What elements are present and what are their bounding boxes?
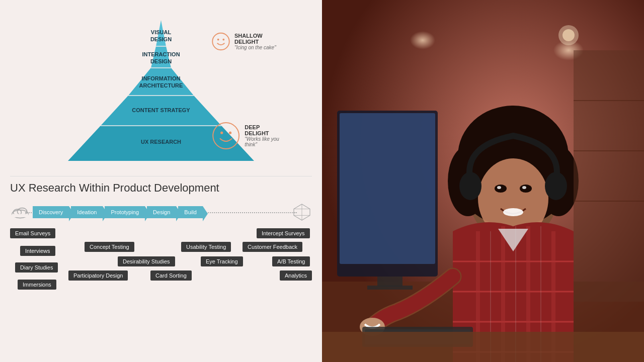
svg-text:VISUAL: VISUAL [151,29,172,35]
svg-point-49 [495,185,507,193]
shallow-delight-group: SHALLOW DELIGHT "Icing on the cake" [211,30,280,53]
deep-delight-label: DEEP DELIGHT "Works like you think" [245,124,280,147]
svg-point-20 [222,39,224,41]
tag-usability-testing: Usability Testing [181,242,231,252]
svg-point-76 [562,29,575,41]
shallow-delight-label: SHALLOW DELIGHT "Icing on the cake" [234,33,280,50]
tag-email-surveys: Email Surveys [10,228,55,238]
svg-rect-27 [12,214,28,217]
svg-text:UX RESEARCH: UX RESEARCH [141,139,181,145]
svg-text:INTERACTION: INTERACTION [142,51,180,57]
svg-rect-38 [340,113,435,264]
right-panel [322,0,644,362]
tag-ab-testing: A/B Testing [272,256,310,266]
svg-text:INFORMATION: INFORMATION [142,75,181,81]
svg-rect-39 [377,277,403,287]
cube-icon [292,202,312,222]
tag-participatory-design: Participatory Design [68,270,128,281]
svg-text:DESIGN: DESIGN [150,58,172,64]
person-photo [322,0,644,362]
svg-marker-3 [128,68,194,96]
tag-diary-studies: Diary Studies [15,262,58,273]
svg-rect-40 [367,286,413,290]
svg-point-21 [213,123,239,149]
svg-point-22 [220,132,223,134]
svg-text:DESIGN: DESIGN [150,36,172,42]
svg-point-50 [520,185,532,193]
svg-point-53 [503,208,523,216]
tag-immersions: Immersions [18,280,56,290]
svg-point-18 [212,33,229,50]
smiley-large-icon [211,116,240,156]
tag-analytics: Analytics [280,270,312,281]
cloud-icon [10,205,30,219]
tag-intercept-surveys: Intercept Surveys [257,228,310,238]
smiley-small-icon [211,30,230,53]
tags-area: Email Surveys Intercept Surveys Intervie… [10,228,312,299]
pyramid-section: VISUAL DESIGN INTERACTION DESIGN INFORMA… [0,0,322,176]
tag-card-sorting: Card Sorting [150,270,192,281]
svg-point-33 [410,31,435,49]
stage-build[interactable]: Build [178,206,202,218]
tag-eye-tracking: Eye Tracking [201,256,243,266]
left-panel: VISUAL DESIGN INTERACTION DESIGN INFORMA… [0,0,322,362]
stage-prototyping[interactable]: Prototyping [105,206,145,218]
svg-text:ARCHITECTURE: ARCHITECTURE [139,82,183,88]
svg-point-19 [217,39,219,41]
pipeline-track: Discovery Ideation Prototyping Design Bu… [10,202,312,222]
background-svg [322,0,644,362]
ux-research-section: UX Research Within Product Development D… [0,176,322,362]
svg-rect-70 [322,332,644,362]
svg-text:CONTENT STRATEGY: CONTENT STRATEGY [132,107,190,113]
svg-point-55 [545,172,567,200]
pipeline-container: Discovery Ideation Prototyping Design Bu… [10,202,312,222]
svg-point-23 [229,132,231,134]
svg-point-52 [522,186,526,189]
svg-point-51 [497,186,501,189]
stages: Discovery Ideation Prototyping Design Bu… [33,206,289,218]
tag-concept-testing: Concept Testing [85,242,134,252]
stage-design[interactable]: Design [147,206,176,218]
svg-point-54 [459,172,481,200]
stage-discovery[interactable]: Discovery [33,206,69,218]
tag-interviews: Interviews [20,246,55,256]
tag-desirability-studies: Desirability Studies [118,256,175,266]
deep-delight-group: DEEP DELIGHT "Works like you think" [211,116,280,156]
section-title: UX Research Within Product Development [10,182,312,195]
stage-ideation[interactable]: Ideation [71,206,103,218]
tag-customer-feedback: Customer Feedback [243,242,302,252]
svg-rect-71 [574,50,644,302]
